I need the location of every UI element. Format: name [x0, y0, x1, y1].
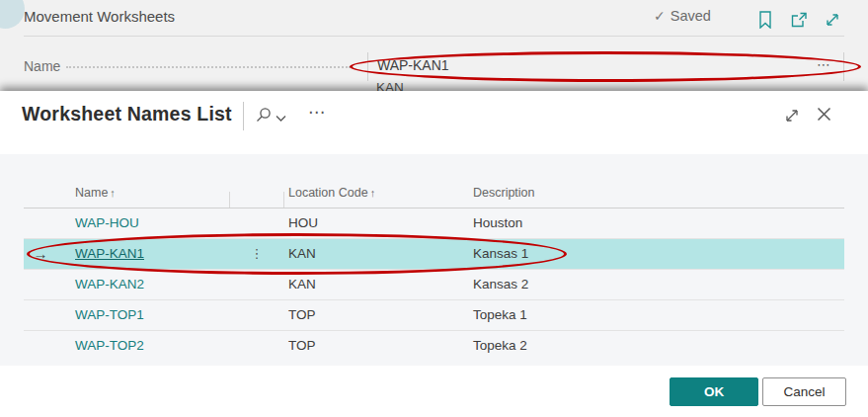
worksheet-name-link[interactable]: WAP-TOP2: [75, 331, 144, 361]
sort-ascending-icon: ↑: [370, 187, 376, 199]
page-header-divider: [24, 36, 844, 37]
dialog-title: Worksheet Names List: [22, 103, 232, 125]
location-code-cell: TOP: [288, 300, 316, 330]
column-header-description[interactable]: Description: [473, 186, 537, 200]
worksheet-name-link[interactable]: WAP-HOU: [75, 208, 139, 238]
bookmark-icon[interactable]: [754, 9, 776, 31]
sort-ascending-icon: ↑: [110, 187, 116, 199]
column-divider: [283, 192, 284, 208]
dialog-expand-icon[interactable]: [784, 108, 800, 124]
name-field-label: Name: [24, 58, 60, 74]
table-row[interactable]: WAP-KAN2 KAN Kansas 2: [24, 270, 844, 300]
page-header: Movement Worksheets ✓ Saved Name WAP-KAN…: [0, 0, 868, 91]
search-button[interactable]: [255, 107, 286, 127]
field-dotted-leader: [66, 54, 351, 68]
name-field-value[interactable]: WAP-KAN1: [377, 57, 449, 73]
ok-button[interactable]: OK: [670, 377, 758, 406]
dialog-title-divider: [243, 102, 244, 130]
save-status-label: Saved: [671, 8, 711, 24]
column-divider: [229, 192, 230, 208]
description-cell: Houston: [473, 208, 522, 238]
table-row[interactable]: WAP-TOP2 TOP Topeka 2: [24, 331, 844, 362]
search-icon: [255, 107, 272, 127]
cancel-button[interactable]: Cancel: [762, 377, 846, 406]
location-code-cell: KAN: [288, 239, 316, 269]
more-options-icon[interactable]: ⋯: [308, 102, 325, 123]
location-code-cell: HOU: [288, 208, 318, 238]
table-section: Name↑ Location Code↑ Description WAP-HOU…: [0, 154, 868, 366]
description-cell: Kansas 1: [473, 239, 528, 269]
selected-row-arrow-icon: →: [26, 239, 55, 269]
avatar: [0, 0, 25, 29]
assist-edit-icon[interactable]: ⋯: [817, 56, 830, 72]
location-code-cell: TOP: [288, 331, 316, 361]
name-field[interactable]: WAP-KAN1 ⋯: [367, 52, 844, 81]
worksheet-name-link[interactable]: WAP-KAN2: [75, 270, 144, 299]
checkmark-icon: ✓: [654, 8, 666, 24]
screen: Movement Worksheets ✓ Saved Name WAP-KAN…: [0, 0, 868, 417]
chevron-down-icon: [276, 109, 286, 126]
worksheet-name-link[interactable]: WAP-KAN1: [75, 239, 144, 269]
expand-icon[interactable]: [822, 9, 843, 31]
table-header-row: Name↑ Location Code↑ Description: [24, 180, 844, 208]
table-row[interactable]: WAP-TOP1 TOP Topeka 1: [24, 300, 844, 331]
worksheet-names-dialog: Worksheet Names List ⋯ Name↑ Location C: [0, 91, 868, 417]
column-header-name[interactable]: Name↑: [75, 186, 116, 200]
table-body: WAP-HOU HOU Houston → WAP-KAN1 ⋮ KAN Kan…: [24, 208, 844, 362]
open-in-window-icon[interactable]: [788, 9, 810, 31]
location-code-cell: KAN: [288, 270, 316, 299]
page-title: Movement Worksheets: [24, 8, 175, 25]
column-header-location-code[interactable]: Location Code↑: [288, 186, 375, 200]
worksheet-name-link[interactable]: WAP-TOP1: [75, 300, 144, 330]
close-icon[interactable]: [817, 107, 831, 122]
save-status: ✓ Saved: [654, 8, 711, 24]
description-cell: Topeka 1: [473, 300, 527, 330]
description-cell: Topeka 2: [473, 331, 527, 361]
description-cell: Kansas 2: [473, 270, 528, 299]
row-menu-icon[interactable]: ⋮: [249, 239, 265, 269]
table-row[interactable]: → WAP-KAN1 ⋮ KAN Kansas 1: [24, 239, 844, 270]
table-row[interactable]: WAP-HOU HOU Houston: [24, 208, 844, 239]
